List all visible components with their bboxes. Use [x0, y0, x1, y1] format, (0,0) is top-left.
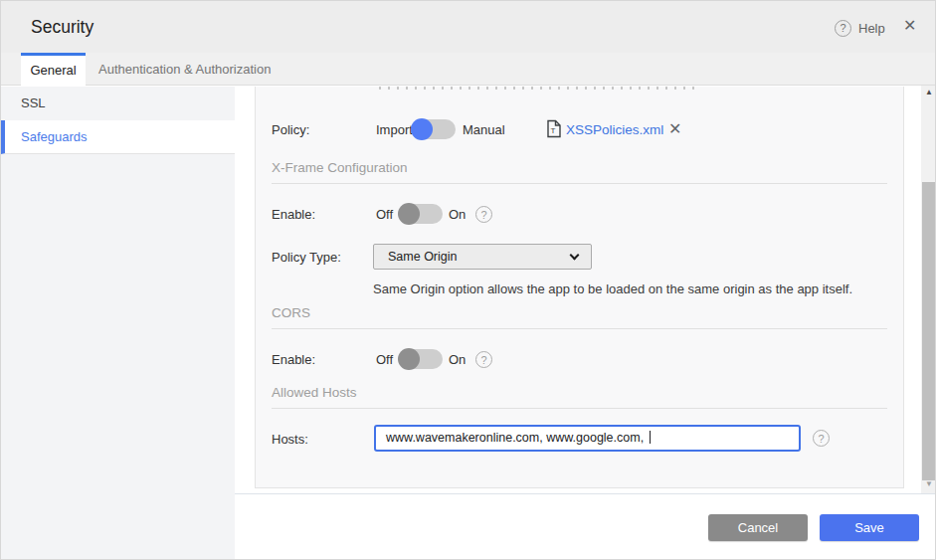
tab-bar: General Authentication & Authorization — [1, 53, 936, 86]
hosts-label: Hosts: — [272, 432, 308, 447]
file-text-icon: T — [546, 119, 562, 138]
policy-type-select[interactable]: Same Origin — [373, 244, 592, 270]
save-button[interactable]: Save — [820, 514, 919, 541]
policy-type-description: Same Origin option allows the app to be … — [373, 281, 852, 296]
cors-section-title: CORS — [272, 305, 310, 320]
xframe-on-label: On — [449, 207, 466, 222]
xframe-enable-toggle[interactable] — [399, 204, 443, 224]
policy-import-manual-toggle[interactable] — [412, 119, 456, 139]
help-icon: ? — [835, 20, 851, 37]
hosts-input[interactable]: www.wavemakeronline.com, www.google.com, — [374, 425, 801, 452]
xframe-off-label: Off — [376, 207, 393, 222]
vertical-scrollbar[interactable]: ▲ ▼ — [921, 86, 936, 493]
clipped-scrolled-text — [379, 87, 697, 90]
toggle-knob — [398, 203, 420, 225]
cancel-button[interactable]: Cancel — [708, 514, 808, 541]
tab-general[interactable]: General — [21, 53, 86, 86]
dialog-header: Security ? Help ✕ — [1, 1, 936, 53]
divider — [272, 408, 887, 409]
scrollbar-thumb[interactable] — [922, 182, 936, 480]
settings-sidebar: SSL Safeguards — [1, 87, 235, 560]
close-icon[interactable]: ✕ — [903, 16, 916, 36]
toggle-knob — [411, 118, 433, 140]
cors-on-label: On — [449, 352, 466, 367]
hosts-input-value: www.wavemakeronline.com, www.google.com, — [386, 431, 648, 445]
policy-type-value: Same Origin — [388, 250, 457, 264]
tab-authentication-authorization[interactable]: Authentication & Authorization — [98, 53, 271, 86]
sidebar-item-ssl[interactable]: SSL — [1, 87, 235, 120]
sidebar-item-safeguards[interactable]: Safeguards — [1, 120, 235, 154]
xframe-help-icon[interactable]: ? — [475, 206, 492, 223]
cors-enable-toggle[interactable] — [399, 349, 443, 369]
policy-label: Policy: — [272, 122, 309, 137]
cors-enable-label: Enable: — [272, 352, 315, 367]
toggle-knob — [398, 348, 420, 370]
remove-file-icon[interactable]: ✕ — [668, 119, 681, 138]
divider — [272, 183, 887, 184]
footer-divider — [235, 493, 936, 494]
cors-off-label: Off — [376, 352, 393, 367]
scroll-down-icon[interactable]: ▼ — [921, 479, 936, 488]
xss-policies-file-link[interactable]: XSSPolicies.xml — [566, 122, 663, 137]
xframe-enable-label: Enable: — [272, 207, 315, 222]
help-label: Help — [858, 21, 885, 36]
security-dialog: Security ? Help ✕ General Authentication… — [0, 0, 936, 560]
allowed-hosts-section-title: Allowed Hosts — [272, 385, 357, 400]
text-caret — [650, 431, 651, 444]
policy-manual-label: Manual — [463, 122, 505, 137]
divider — [272, 328, 887, 329]
help-button[interactable]: ? Help — [835, 18, 885, 38]
chevron-down-icon — [570, 251, 580, 261]
xframe-section-title: X-Frame Configuration — [272, 160, 408, 175]
policy-type-label: Policy Type: — [272, 250, 341, 265]
hosts-help-icon[interactable]: ? — [813, 430, 830, 447]
svg-text:T: T — [551, 126, 556, 135]
cors-help-icon[interactable]: ? — [475, 351, 492, 368]
scroll-up-icon[interactable]: ▲ — [921, 88, 936, 96]
page-title: Security — [31, 1, 94, 53]
policy-import-label: Import — [376, 122, 413, 137]
